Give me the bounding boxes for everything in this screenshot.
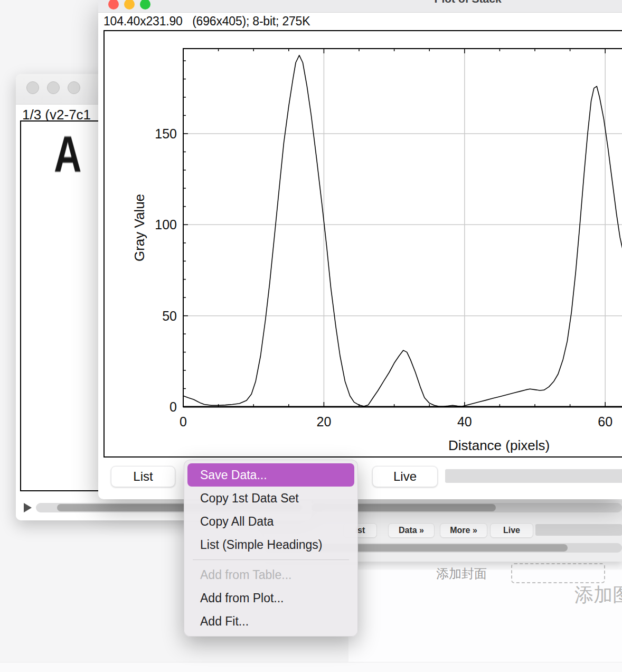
- close-button[interactable]: [108, 0, 119, 10]
- menu-item-add-from-plot[interactable]: Add from Plot...: [187, 586, 354, 610]
- profile-curve: [183, 55, 622, 407]
- menu-separator: [193, 559, 349, 560]
- background-data-button[interactable]: Data »: [388, 523, 435, 538]
- plot-canvas[interactable]: 0204060050100150Gray ValueDistance (pixe…: [103, 30, 622, 458]
- profile-plot: 0204060050100150Gray ValueDistance (pixe…: [105, 31, 622, 456]
- minimize-button[interactable]: [124, 0, 135, 10]
- menu-item-list-simple-headings[interactable]: List (Simple Headings): [187, 533, 354, 556]
- axis-tick-label: 100: [155, 217, 177, 232]
- x-axis-title: Distance (pixels): [448, 437, 550, 453]
- list-button[interactable]: List: [111, 466, 175, 487]
- plot-info-line: 104.40x231.90 (696x405); 8-bit; 275K: [103, 14, 310, 29]
- window-title: Plot of Stack: [394, 0, 542, 5]
- background-scrollbar[interactable]: [312, 503, 622, 512]
- axis-tick-label: 0: [180, 414, 187, 429]
- zoom-button[interactable]: [140, 0, 150, 10]
- zoom-button[interactable]: [68, 81, 80, 94]
- menu-item-copy-all-data[interactable]: Copy All Data: [187, 510, 354, 533]
- background-progress-bar: [535, 524, 622, 536]
- bottom-band: [0, 662, 622, 672]
- minimize-button[interactable]: [47, 81, 60, 94]
- background-more-button[interactable]: More »: [440, 523, 487, 538]
- plot-frame-slider[interactable]: [445, 469, 622, 483]
- menu-item-add-fit[interactable]: Add Fit...: [187, 610, 354, 633]
- axis-tick-label: 50: [162, 309, 177, 323]
- menu-item-add-from-table: Add from Table...: [187, 563, 354, 586]
- close-button[interactable]: [26, 81, 39, 94]
- add-image-label[interactable]: 添加图: [574, 582, 622, 608]
- background-live-button[interactable]: Live: [490, 523, 533, 538]
- play-icon[interactable]: [24, 503, 32, 512]
- axis-tick-label: 150: [155, 126, 177, 141]
- live-button[interactable]: Live: [372, 466, 438, 487]
- add-image-dropzone[interactable]: [511, 563, 605, 583]
- axis-tick-label: 20: [316, 414, 331, 429]
- data-context-menu: Save Data...Copy 1st Data SetCopy All Da…: [184, 460, 358, 637]
- add-cover-label[interactable]: 添加封面: [436, 565, 487, 582]
- menu-item-copy-1st-data-set[interactable]: Copy 1st Data Set: [187, 487, 354, 510]
- menu-item-save-data[interactable]: Save Data...: [187, 463, 354, 487]
- axis-tick-label: 40: [457, 414, 472, 429]
- y-axis-title: Gray Value: [131, 194, 147, 262]
- plot-of-stack-window: Plot of Stack 104.40x231.90 (696x405); 8…: [98, 0, 622, 499]
- axis-tick-label: 60: [598, 414, 612, 429]
- plot-titlebar[interactable]: Plot of Stack: [98, 0, 622, 13]
- axis-tick-label: 0: [169, 399, 177, 414]
- image-content-letter: A: [54, 125, 82, 184]
